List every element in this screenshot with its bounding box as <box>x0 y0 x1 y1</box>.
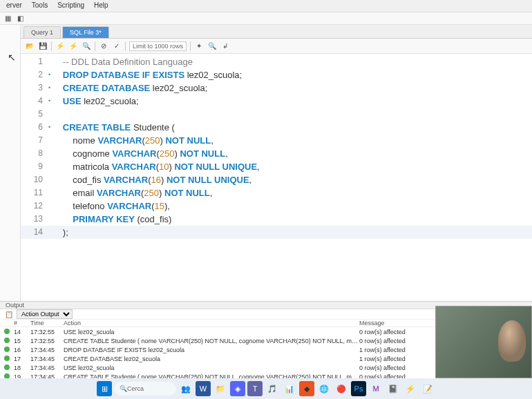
tab-sqlfile3[interactable]: SQL File 3* <box>62 26 109 38</box>
output-filter-select[interactable]: Action Output <box>17 309 73 319</box>
success-icon <box>4 356 10 361</box>
code-line[interactable]: 6• CREATE TABLE Studente ( <box>21 121 532 134</box>
code-line[interactable]: 14 ); <box>21 226 532 239</box>
taskbar-app-9[interactable]: 🌐 <box>316 381 332 396</box>
taskbar-app-4[interactable]: ◈ <box>230 381 245 396</box>
code-line[interactable]: 3• CREATE DATABASE lez02_scuola; <box>21 81 532 95</box>
output-action-icon[interactable]: 📋 <box>4 309 14 319</box>
open-sql-icon[interactable]: ◧ <box>15 14 25 23</box>
navigator-sidebar: ↖ <box>0 25 21 301</box>
taskbar-app-15[interactable]: 📝 <box>420 381 435 396</box>
explain-icon[interactable]: 🔍 <box>82 41 91 51</box>
start-icon[interactable]: ⊞ <box>97 381 112 396</box>
editor-toolbar: 📂 💾 ⚡ ⚡ 🔍 ⊘ ✓ Limit to 1000 rows ✦ 🔍 ↲ <box>21 39 532 54</box>
code-line[interactable]: 2• DROP DATABASE IF EXISTS lez02_scuola; <box>21 68 532 81</box>
commit-icon[interactable]: ✓ <box>112 41 122 51</box>
tab-query1[interactable]: Query 1 <box>23 26 61 38</box>
success-icon <box>4 364 10 370</box>
taskbar-app-8[interactable]: ◆ <box>299 381 314 396</box>
taskbar-app-11[interactable]: Ps <box>351 381 366 396</box>
menu-help[interactable]: Help <box>89 0 113 12</box>
main-toolbar: ▦ ◧ <box>0 12 532 25</box>
taskbar-app-3[interactable]: 📁 <box>213 381 228 396</box>
word-wrap-icon[interactable]: ↲ <box>220 41 230 51</box>
sql-editor[interactable]: 1 -- DDL Data Definition Language2• DROP… <box>21 54 532 301</box>
execute-icon[interactable]: ⚡ <box>55 41 65 51</box>
menu-scripting[interactable]: Scripting <box>53 0 89 12</box>
menu-bar: erver Tools Scripting Help <box>0 0 532 12</box>
code-line[interactable]: 8 cognome VARCHAR(250) NOT NULL, <box>21 147 532 160</box>
search-icon[interactable]: 🔍 <box>207 41 217 51</box>
save-icon[interactable]: 💾 <box>38 41 48 51</box>
menu-tools[interactable]: Tools <box>27 0 53 12</box>
code-line[interactable]: 4• USE lez02_scuola; <box>21 95 532 108</box>
beautify-icon[interactable]: ✦ <box>194 41 204 51</box>
taskbar-app-12[interactable]: M <box>368 381 383 396</box>
code-line[interactable]: 5 <box>21 108 532 121</box>
code-line[interactable]: 12 telefono VARCHAR(15), <box>21 200 532 213</box>
taskbar-app-7[interactable]: 📊 <box>282 381 297 396</box>
success-icon <box>4 338 10 343</box>
success-icon <box>4 347 10 352</box>
success-icon <box>4 329 10 334</box>
editor-tabs: Query 1 SQL File 3* <box>21 25 532 39</box>
windows-taskbar: ⊞ 🔍 Cerca 👥 W 📁 ◈ T 🎵 📊 ◆ 🌐 🔴 Ps M 📓 ⚡ 📝 <box>0 378 532 399</box>
code-line[interactable]: 9 matricola VARCHAR(10) NOT NULL UNIQUE, <box>21 160 532 173</box>
taskbar-app-6[interactable]: 🎵 <box>265 381 280 396</box>
menu-server[interactable]: erver <box>1 0 27 12</box>
mouse-cursor-icon: ↖ <box>8 52 16 63</box>
code-line[interactable]: 11 email VARCHAR(250) NOT NULL, <box>21 186 532 200</box>
code-line[interactable]: 7 nome VARCHAR(250) NOT NULL, <box>21 134 532 147</box>
code-line[interactable]: 10 cod_fis VARCHAR(16) NOT NULL UNIQUE, <box>21 173 532 186</box>
execute-step-icon[interactable]: ⚡ <box>68 41 78 51</box>
taskbar-app-2[interactable]: W <box>196 381 211 396</box>
code-line[interactable]: 1 -- DDL Data Definition Language <box>21 55 532 68</box>
taskbar-app-10[interactable]: 🔴 <box>334 381 349 396</box>
row-limit-select[interactable]: Limit to 1000 rows <box>129 41 187 51</box>
taskbar-app-13[interactable]: 📓 <box>386 381 401 396</box>
stop-icon[interactable]: ⊘ <box>99 41 108 51</box>
taskbar-app-1[interactable]: 👥 <box>178 381 193 396</box>
open-file-icon[interactable]: 📂 <box>25 41 35 51</box>
taskbar-app-5[interactable]: T <box>247 381 263 396</box>
webcam-overlay <box>435 306 532 378</box>
code-line[interactable]: 13 PRIMARY KEY (cod_fis) <box>21 213 532 226</box>
taskbar-search[interactable]: 🔍 Cerca <box>114 382 176 396</box>
new-sql-icon[interactable]: ▦ <box>3 14 12 23</box>
taskbar-app-14[interactable]: ⚡ <box>403 381 418 396</box>
